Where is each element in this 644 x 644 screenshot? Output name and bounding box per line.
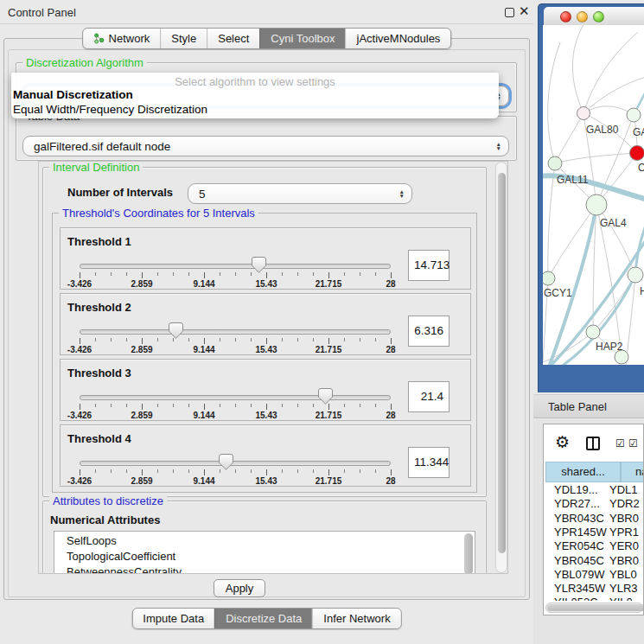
- slider-handle[interactable]: [169, 322, 183, 339]
- network-canvas[interactable]: GAL80GACGAL11GAL4HGCY1HAP2: [543, 25, 644, 365]
- settings-vertical-scrollbar[interactable]: [495, 162, 507, 573]
- split-columns-icon[interactable]: [586, 437, 600, 450]
- node-label-gal80: GAL80: [586, 124, 619, 136]
- checkbox-icon[interactable]: ☑: [615, 437, 625, 450]
- number-of-intervals-label: Number of Intervals: [67, 186, 173, 199]
- bottom-tab-infer-network[interactable]: Infer Network: [312, 609, 400, 628]
- tab-label: Cyni Toolbox: [271, 32, 335, 45]
- table-data-combobox[interactable]: galFiltered.sif default node ▲▼: [22, 136, 509, 156]
- network-node[interactable]: [628, 267, 643, 283]
- cell-name: YBR0: [609, 512, 639, 525]
- checkbox-icon[interactable]: ☑: [628, 437, 638, 450]
- network-node[interactable]: [627, 108, 641, 122]
- table-row[interactable]: YBL079WYBL0: [545, 568, 644, 582]
- threshold-value-field[interactable]: 11.344: [408, 447, 450, 478]
- tab-network[interactable]: Network: [83, 29, 161, 48]
- attribute-item-topologicalcoefficient[interactable]: TopologicalCoefficient: [67, 549, 475, 564]
- slider-handle[interactable]: [318, 388, 333, 405]
- bottom-tab-discretize-data[interactable]: Discretize Data: [214, 609, 312, 628]
- network-window-titlebar[interactable]: [544, 7, 644, 27]
- scrollbar-thumb[interactable]: [498, 173, 506, 553]
- slider-track[interactable]: [80, 264, 391, 269]
- table-row[interactable]: YDR27...YDR2: [545, 497, 644, 511]
- close-icon[interactable]: ✕: [519, 3, 530, 19]
- tab-label: Impute Data: [143, 612, 204, 625]
- network-node-gcy1[interactable]: [543, 271, 555, 285]
- table-row[interactable]: YER054CYER0: [545, 539, 644, 553]
- slider-track[interactable]: [80, 395, 391, 400]
- float-window-icon[interactable]: [505, 8, 514, 17]
- tab-label: Infer Network: [323, 612, 390, 625]
- network-edge: [555, 113, 583, 163]
- table-horizontal-scrollbar[interactable]: [545, 603, 643, 613]
- tab-jactivemnodules[interactable]: jActiveMNodules: [346, 29, 451, 48]
- slider-tick-labels: -3.4262.8599.14415.4321.71528: [80, 476, 392, 487]
- threshold-value-field[interactable]: 21.4: [408, 381, 450, 412]
- table-panel-title: Table Panel: [548, 400, 607, 413]
- control-panel: Control Panel ✕ NetworkStyleSelectCyni T…: [0, 0, 533, 644]
- slider-tick-labels: -3.4262.8599.14415.4321.71528: [80, 345, 392, 355]
- table-row[interactable]: YDL19...YDL1: [545, 483, 644, 497]
- control-panel-tabs: NetworkStyleSelectCyni ToolboxjActiveMNo…: [82, 28, 452, 49]
- node-label-ga: GA: [633, 126, 644, 138]
- close-traffic-light[interactable]: [560, 11, 571, 22]
- node-label-h: H: [640, 285, 644, 297]
- column-header-shared[interactable]: shared...: [545, 462, 621, 482]
- tick-label: 9.144: [193, 476, 214, 486]
- tick-label: 28: [386, 476, 395, 486]
- threshold-label: Threshold 2: [67, 301, 131, 314]
- slider-handle[interactable]: [219, 454, 233, 470]
- slider-handle[interactable]: [252, 257, 266, 273]
- tab-label: Style: [171, 32, 196, 45]
- network-edge: [548, 42, 560, 163]
- slider-track[interactable]: [80, 461, 391, 466]
- cell-name: YBR0: [609, 554, 639, 567]
- cell-shared-name: YBR045C: [554, 554, 604, 567]
- algorithm-dropdown-popup: Select algorithm to view settings Manual…: [11, 73, 499, 118]
- table-row[interactable]: YPR145WYPR1: [545, 526, 644, 539]
- tick-label: 21.715: [316, 411, 342, 420]
- number-of-intervals-combobox[interactable]: 5 ▲▼: [188, 183, 412, 204]
- network-node-hap2[interactable]: [586, 325, 600, 339]
- list-scrollbar[interactable]: [464, 533, 473, 574]
- network-graph[interactable]: GAL80GACGAL11GAL4HGCY1HAP2: [543, 25, 644, 365]
- threshold-value-field[interactable]: 14.713: [408, 250, 450, 281]
- attribute-item-betweennesscentrality[interactable]: BetweennessCentrality: [67, 564, 475, 574]
- tab-cyni-toolbox[interactable]: Cyni Toolbox: [259, 29, 345, 48]
- network-node-gal4[interactable]: [586, 194, 607, 215]
- node-label-hap2: HAP2: [596, 341, 623, 353]
- combo-value: 5: [199, 188, 206, 201]
- popup-option-manual-discretization[interactable]: Manual Discretization: [13, 88, 133, 101]
- threshold-panel-4: Threshold 4-3.4262.8599.14415.4321.71528…: [60, 424, 471, 487]
- bottom-tab-impute-data[interactable]: Impute Data: [132, 609, 214, 628]
- gear-icon[interactable]: ⚙: [555, 434, 570, 450]
- scrollbar-thumb[interactable]: [547, 604, 644, 611]
- panel-title: Control Panel: [8, 6, 76, 19]
- slider-track[interactable]: [80, 329, 391, 335]
- table-row[interactable]: YBR045CYBR0: [545, 554, 644, 568]
- threshold-label: Threshold 1: [67, 235, 131, 248]
- tick-label: 21.715: [316, 345, 342, 354]
- column-header-na[interactable]: na: [621, 462, 644, 482]
- node-label-gal11: GAL11: [557, 174, 589, 186]
- tab-select[interactable]: Select: [207, 29, 259, 48]
- popup-option-equal-width-frequency[interactable]: Equal Width/Frequency Discretization: [13, 103, 207, 116]
- table-row[interactable]: YLR345WYLR3: [545, 582, 644, 596]
- slider-ticks: [80, 272, 392, 279]
- network-node-gal80[interactable]: [577, 107, 590, 120]
- table-row[interactable]: YBR043CYBR0: [545, 512, 644, 526]
- attribute-item-selfloops[interactable]: SelfLoops: [67, 533, 475, 549]
- table-header-row: shared...na: [545, 462, 644, 482]
- zoom-traffic-light[interactable]: [593, 11, 604, 22]
- tick-label: 2.859: [131, 411, 152, 420]
- network-node[interactable]: [630, 146, 644, 161]
- network-node-gal11[interactable]: [548, 156, 562, 170]
- threshold-value-field[interactable]: 6.316: [408, 316, 450, 347]
- tick-label: 15.43: [255, 279, 277, 289]
- numerical-attributes-list[interactable]: SelfLoopsTopologicalCoefficientBetweenne…: [54, 531, 475, 574]
- minimize-traffic-light[interactable]: [577, 11, 588, 22]
- table-row[interactable]: YIL052CYIL0: [545, 596, 644, 601]
- cell-name: YDL1: [609, 483, 638, 496]
- apply-button[interactable]: Apply: [214, 579, 265, 597]
- tab-style[interactable]: Style: [160, 29, 207, 48]
